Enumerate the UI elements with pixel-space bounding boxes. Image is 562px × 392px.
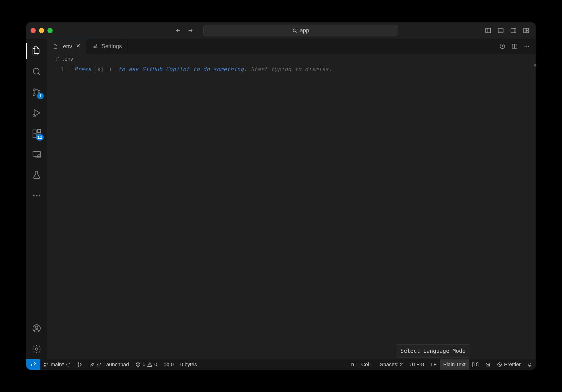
remote-indicator[interactable] (26, 359, 40, 370)
position-label: Ln 1, Col 1 (348, 361, 373, 368)
remote-explorer-icon (32, 149, 42, 159)
split-editor-button[interactable] (509, 41, 520, 51)
search-text: app (300, 27, 309, 34)
status-copilot[interactable] (482, 359, 494, 370)
svg-point-28 (525, 46, 525, 47)
link-icon (96, 362, 101, 367)
svg-point-20 (39, 195, 40, 196)
svg-rect-1 (486, 28, 491, 33)
activity-remote-explorer[interactable] (26, 144, 47, 164)
search-icon (32, 67, 42, 77)
timeline-button[interactable] (497, 41, 507, 51)
text-editor[interactable]: 1 Press ⌘ I to ask GitHub Copilot to do … (47, 64, 536, 359)
activity-run-debug[interactable] (26, 103, 47, 123)
split-icon (512, 43, 518, 49)
editor-group: .env Settings (47, 39, 536, 359)
git-branch-icon (44, 362, 49, 367)
ellipsis-icon (524, 43, 530, 49)
activity-source-control[interactable]: 1 (26, 82, 47, 103)
line-number: 1 (47, 65, 64, 73)
editor-actions (497, 39, 536, 54)
status-launchpad[interactable]: Launchpad (86, 359, 132, 370)
svg-rect-16 (33, 151, 40, 156)
status-encoding[interactable]: UTF-8 (406, 359, 427, 370)
svg-point-32 (44, 365, 46, 366)
svg-point-34 (78, 363, 79, 364)
remote-icon (30, 361, 36, 368)
tab-bar: .env Settings (47, 39, 536, 54)
nav-forward-button[interactable] (186, 26, 195, 35)
nav-back-button[interactable] (173, 26, 183, 35)
status-eol[interactable]: LF (427, 359, 440, 370)
tab-label: .env (61, 43, 72, 50)
activity-testing[interactable] (26, 164, 47, 185)
spaces-label: Spaces: 2 (380, 361, 403, 368)
status-indentation[interactable]: Spaces: 2 (376, 359, 406, 370)
tab-close-button[interactable] (75, 43, 81, 50)
svg-point-25 (94, 46, 95, 47)
ghost-text-copilot: to ask GitHub Copilot to do something. (118, 66, 247, 72)
close-window-button[interactable] (31, 28, 36, 33)
status-cursor-position[interactable]: Ln 1, Col 1 (345, 359, 376, 370)
status-graph[interactable] (74, 359, 86, 370)
window-controls (31, 28, 53, 33)
warning-count: 0 (154, 361, 157, 368)
svg-rect-12 (33, 130, 36, 133)
app-window: app (26, 22, 536, 370)
activity-more[interactable] (26, 185, 47, 206)
minimize-window-button[interactable] (39, 28, 44, 33)
warning-icon (147, 362, 152, 367)
customize-layout-button[interactable] (521, 25, 531, 36)
breadcrumb[interactable]: .env (47, 54, 536, 64)
status-filesize[interactable]: 0 bytes (177, 359, 200, 370)
language-label: Plain Text (443, 361, 466, 368)
status-d[interactable]: [D] (469, 359, 482, 370)
activity-explorer[interactable] (26, 41, 47, 61)
launchpad-label: Launchpad (103, 361, 129, 368)
maximize-window-button[interactable] (47, 28, 53, 33)
toggle-panel-button[interactable] (495, 25, 506, 36)
error-count: 0 (142, 361, 145, 368)
tab-env-file[interactable]: .env (47, 39, 87, 54)
status-problems[interactable]: 0 0 (132, 359, 161, 370)
account-icon (32, 323, 42, 333)
activity-accounts[interactable] (26, 318, 47, 339)
command-center-search[interactable]: app (203, 25, 398, 36)
editor-content[interactable]: Press ⌘ I to ask GitHub Copilot to do so… (73, 64, 536, 359)
ghost-text-press: Press (74, 66, 91, 72)
sync-icon (66, 362, 71, 367)
editor-more-button[interactable] (522, 41, 532, 51)
radio-icon (164, 362, 169, 367)
settings-icon (93, 43, 98, 49)
keycap-i: I (107, 66, 114, 73)
status-git-branch[interactable]: main* (40, 359, 74, 370)
svg-point-9 (33, 94, 35, 96)
activity-extensions[interactable]: 11 (26, 123, 47, 144)
svg-point-18 (33, 195, 35, 196)
disabled-icon (497, 362, 502, 367)
status-ports[interactable]: 0 (161, 359, 177, 370)
filesize-label: 0 bytes (180, 361, 197, 368)
tab-label: Settings (101, 43, 122, 49)
svg-point-30 (528, 46, 529, 47)
breadcrumb-file: .env (63, 56, 73, 62)
svg-point-23 (35, 348, 38, 350)
branch-name: main* (51, 361, 64, 368)
files-icon (32, 46, 42, 56)
toggle-secondary-sidebar-button[interactable] (508, 25, 519, 36)
minimap[interactable] (534, 64, 536, 66)
status-language-mode[interactable]: Plain Text (440, 359, 469, 370)
rocket-icon (89, 362, 94, 367)
status-prettier[interactable]: Prettier (494, 359, 524, 370)
gear-icon (32, 344, 42, 354)
status-notifications[interactable] (524, 359, 536, 370)
layout-buttons (483, 25, 531, 36)
activity-search[interactable] (26, 61, 47, 82)
hover-tooltip: Select Language Mode (396, 344, 470, 358)
titlebar: app (26, 22, 536, 39)
toggle-primary-sidebar-button[interactable] (483, 25, 493, 36)
ellipsis-icon (32, 191, 42, 200)
tab-settings[interactable]: Settings (87, 39, 128, 54)
ghost-text-dismiss: Start typing to dismiss. (250, 66, 332, 72)
activity-settings[interactable] (26, 339, 47, 359)
